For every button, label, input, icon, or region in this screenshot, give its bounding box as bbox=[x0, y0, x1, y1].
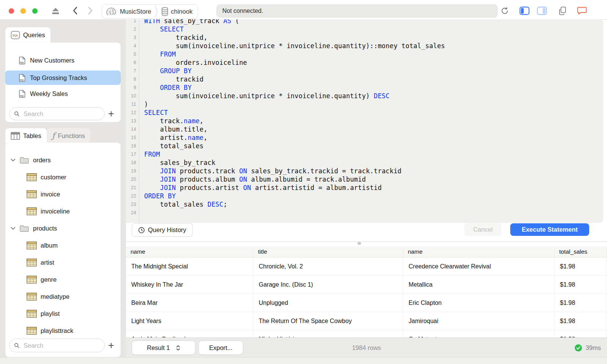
column-header-title[interactable]: title bbox=[253, 246, 403, 257]
forward-button[interactable] bbox=[86, 5, 95, 16]
eject-disconnect-button[interactable] bbox=[50, 5, 61, 16]
queries-search-input[interactable] bbox=[23, 110, 100, 118]
tree-row-mediatype[interactable]: mediatype bbox=[5, 288, 121, 305]
table-icon bbox=[27, 259, 37, 267]
tree-row-invoice[interactable]: invoice bbox=[5, 186, 121, 203]
table-cell: Minha História bbox=[253, 330, 403, 337]
line-number: 1 bbox=[126, 19, 136, 25]
column-header-name[interactable]: name bbox=[126, 246, 253, 257]
tree-row-invoiceline[interactable]: invoiceline bbox=[5, 203, 121, 220]
tree-row-playlist[interactable]: playlist bbox=[5, 305, 121, 322]
schema-search-field[interactable] bbox=[9, 339, 105, 352]
chevron-right-icon bbox=[88, 6, 93, 15]
tab-functions-label: Functions bbox=[58, 132, 85, 140]
table-icon bbox=[27, 173, 37, 181]
breadcrumb-connection[interactable]: MusicStore bbox=[106, 6, 151, 17]
tree-item-label: products bbox=[33, 225, 57, 232]
tree-row-genre[interactable]: genre bbox=[5, 271, 121, 288]
tab-queries[interactable]: SQL Queries bbox=[5, 27, 50, 42]
add-query-button[interactable]: + bbox=[105, 107, 118, 120]
export-button[interactable]: Export... bbox=[198, 340, 243, 355]
table-icon bbox=[27, 242, 37, 249]
query-history-button[interactable]: Query History bbox=[132, 223, 193, 237]
column-header-name[interactable]: name bbox=[403, 246, 555, 257]
table-cell: Garage Inc. (Disc 1) bbox=[253, 276, 403, 293]
results-body: The Midnight SpecialChronicle, Vol. 2Cre… bbox=[126, 257, 607, 337]
table-cell: $1.98 bbox=[555, 276, 607, 293]
zoom-window-button[interactable] bbox=[32, 8, 38, 14]
line-number: 10 bbox=[126, 92, 136, 100]
query-item[interactable]: SQLTop Grossing Tracks bbox=[5, 71, 121, 85]
chevron-down-icon[interactable] bbox=[11, 158, 16, 162]
connection-status: Not connected. bbox=[216, 4, 498, 18]
feedback-button[interactable] bbox=[577, 5, 587, 16]
code-line: total_sales bbox=[144, 142, 445, 150]
table-cell: Creedence Clearwater Revival bbox=[403, 257, 555, 275]
result-selector[interactable]: Result 1 bbox=[132, 340, 195, 355]
line-number: 5 bbox=[126, 50, 136, 58]
query-item[interactable]: SQLWeekly Sales bbox=[5, 85, 121, 102]
code-line: WITH sales_by_track AS ( bbox=[144, 19, 445, 25]
svg-text:SQL: SQL bbox=[20, 78, 24, 81]
code-line: ORDER BY bbox=[144, 192, 445, 200]
query-item[interactable]: SQLNew Customers bbox=[5, 52, 121, 69]
line-numbers: 123456789101112131415161718192021222324 bbox=[126, 19, 136, 217]
back-button[interactable] bbox=[70, 5, 79, 16]
tree-row-album[interactable]: album bbox=[5, 237, 121, 254]
table-row[interactable]: Ando Meio DesligadoMinha HistóriaOs Muta… bbox=[126, 330, 607, 337]
line-number: 17 bbox=[126, 150, 136, 158]
tree-row-playlisttrack[interactable]: playlisttrack bbox=[5, 322, 121, 339]
execute-statement-button[interactable]: Execute Statement bbox=[510, 223, 589, 236]
tab-tables-label: Tables bbox=[23, 132, 41, 140]
line-number: 22 bbox=[126, 192, 136, 200]
result-selector-label: Result 1 bbox=[147, 344, 170, 351]
line-number: 4 bbox=[126, 42, 136, 50]
pane-splitter[interactable] bbox=[126, 242, 607, 242]
line-number: 19 bbox=[126, 167, 136, 175]
sql-editor[interactable]: 123456789101112131415161718192021222324 … bbox=[126, 19, 603, 223]
tab-functions[interactable]: ƒ Functions bbox=[47, 128, 90, 143]
splitter-drag-handle[interactable] bbox=[357, 242, 361, 245]
table-cell: Jamiroquai bbox=[403, 312, 555, 330]
tree-row-artist[interactable]: artist bbox=[5, 254, 121, 271]
line-number: 12 bbox=[126, 108, 136, 117]
line-number: 3 bbox=[126, 33, 136, 42]
close-window-button[interactable] bbox=[9, 8, 14, 14]
queries-search-field[interactable] bbox=[9, 107, 105, 120]
tree-row-orders[interactable]: orders bbox=[5, 152, 121, 169]
duplicate-window-button[interactable] bbox=[557, 5, 567, 16]
column-header-total_sales[interactable]: total_sales bbox=[555, 246, 607, 257]
table-row[interactable]: Whiskey In The JarGarage Inc. (Disc 1)Me… bbox=[126, 276, 607, 294]
clock-icon bbox=[138, 227, 145, 234]
tree-row-customer[interactable]: customer bbox=[5, 169, 121, 186]
table-columns-icon bbox=[11, 132, 20, 140]
table-icon bbox=[27, 293, 37, 301]
code-line: orders.invoiceline bbox=[144, 58, 445, 67]
schema-search-input[interactable] bbox=[23, 342, 100, 350]
toggle-right-sidebar-button[interactable] bbox=[536, 5, 547, 16]
minimize-window-button[interactable] bbox=[20, 8, 26, 14]
table-cell: Os Mutantes bbox=[403, 330, 555, 337]
chevron-down-icon[interactable] bbox=[11, 227, 16, 230]
breadcrumb-database[interactable]: chinook bbox=[161, 7, 193, 16]
cancel-button[interactable]: Cancel bbox=[464, 223, 502, 236]
table-icon bbox=[27, 276, 37, 284]
code-line: total_sales DESC; bbox=[144, 200, 445, 209]
code-line: sum(invoiceline.unitprice * invoiceline.… bbox=[144, 92, 445, 100]
folder-icon bbox=[19, 225, 29, 232]
refresh-button[interactable] bbox=[499, 5, 510, 16]
line-number: 2 bbox=[126, 25, 136, 33]
toggle-left-sidebar-button[interactable] bbox=[519, 5, 530, 16]
schema-search-row: + bbox=[9, 339, 118, 352]
cancel-label: Cancel bbox=[473, 226, 492, 233]
success-check-icon bbox=[574, 344, 582, 352]
table-row[interactable]: The Midnight SpecialChronicle, Vol. 2Cre… bbox=[126, 257, 607, 276]
tree-row-products[interactable]: products bbox=[5, 220, 121, 237]
table-row[interactable]: Light YearsThe Return Of The Space Cowbo… bbox=[126, 312, 607, 330]
table-row[interactable]: Beira MarUnpluggedEric Clapton$1.98 bbox=[126, 294, 607, 312]
table-cell: $1.98 bbox=[555, 312, 607, 330]
tab-tables[interactable]: Tables bbox=[5, 128, 47, 143]
code-line bbox=[144, 209, 445, 217]
add-table-button[interactable]: + bbox=[105, 339, 118, 352]
code-line: FROM bbox=[144, 50, 445, 58]
